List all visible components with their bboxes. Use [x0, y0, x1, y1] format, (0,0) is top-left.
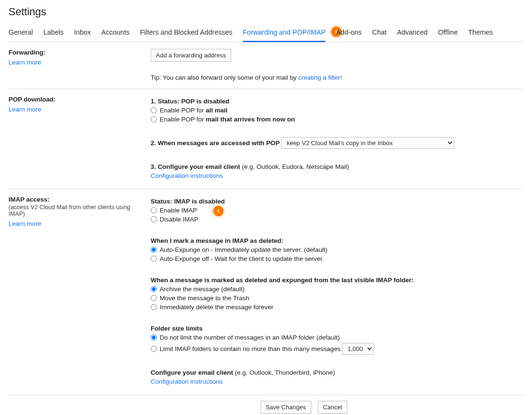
imap-subtext: (access V2 Cloud Mail from other clients… — [9, 204, 146, 217]
imap-disable-radio[interactable] — [151, 216, 157, 222]
tab-general[interactable]: General — [9, 23, 33, 42]
forwarding-header: Forwarding: — [9, 49, 146, 56]
imap-learn-more-link[interactable]: Learn more — [9, 220, 41, 227]
imap-folder-header: Folder size limits — [151, 325, 203, 332]
pop-configuration-instructions-link[interactable]: Configuration instructions — [151, 172, 223, 179]
imap-expunge-on-radio[interactable] — [151, 247, 157, 253]
pop-enable-nowon-label: Enable POP for mail that arrives from no… — [160, 116, 295, 123]
tab-offline[interactable]: Offline — [438, 23, 458, 42]
tab-advanced[interactable]: Advanced — [397, 23, 428, 42]
imap-expunged-trash-radio[interactable] — [151, 295, 157, 301]
imap-folder-nolimit-radio[interactable] — [151, 334, 157, 341]
imap-expunged-archive-radio[interactable] — [151, 286, 157, 292]
imap-deleted-header: When I mark a message in IMAP as deleted… — [151, 237, 283, 244]
cancel-button[interactable]: Cancel — [318, 401, 347, 414]
forwarding-tip: Tip: You can also forward only some of y… — [151, 74, 523, 81]
pop-status-prefix: 1. Status: — [151, 98, 181, 105]
imap-expunged-archive-label: Archive the message (default) — [160, 286, 244, 293]
annotation-arrow-icon — [213, 206, 224, 216]
pop-step2-label: 2. When messages are accessed with POP — [151, 139, 280, 147]
creating-a-filter-link[interactable]: creating a filter! — [298, 74, 342, 81]
tab-forwarding-and-pop-imap[interactable]: Forwarding and POP/IMAP — [243, 23, 326, 42]
imap-configuration-instructions-link[interactable]: Configuration instructions — [151, 378, 223, 385]
section-pop: POP download: Learn more 1. Status: POP … — [9, 89, 523, 189]
section-imap: IMAP access: (access V2 Cloud Mail from … — [9, 189, 523, 395]
settings-tabbar: GeneralLabelsInboxAccountsFilters and Bl… — [9, 23, 523, 42]
pop-status-value: POP is disabled — [181, 98, 230, 105]
tab-chat[interactable]: Chat — [372, 23, 387, 42]
tab-filters-and-blocked-addresses[interactable]: Filters and Blocked Addresses — [140, 23, 232, 42]
imap-configure-label: Configure your email client (e.g. Outloo… — [151, 369, 335, 376]
pop-access-action-select[interactable]: keep V2 Cloud Mail's copy in the Inbox — [281, 137, 454, 149]
pop-enable-nowon-radio[interactable] — [151, 116, 157, 122]
pop-header: POP download: — [9, 96, 146, 103]
forwarding-tip-text: Tip: You can also forward only some of y… — [151, 74, 298, 81]
tab-accounts[interactable]: Accounts — [101, 23, 130, 42]
save-changes-button[interactable]: Save Changes — [261, 401, 311, 414]
tab-labels[interactable]: Labels — [44, 23, 64, 42]
section-forwarding: Forwarding: Learn more Add a forwarding … — [9, 42, 523, 89]
imap-status-prefix: Status: — [151, 198, 174, 205]
imap-folder-limit-select[interactable]: 1,000 — [342, 343, 374, 355]
pop-learn-more-link[interactable]: Learn more — [9, 106, 41, 113]
pop-step3-label: 3. Configure your email client (e.g. Out… — [151, 163, 349, 170]
tab-inbox[interactable]: Inbox — [74, 23, 90, 42]
page-title: Settings — [9, 6, 523, 18]
forwarding-learn-more-link[interactable]: Learn more — [9, 59, 41, 66]
imap-expunge-off-radio[interactable] — [151, 256, 157, 262]
imap-enable-label: Enable IMAP — [160, 207, 197, 214]
imap-expunged-trash-label: Move the message to the Trash — [160, 295, 249, 302]
imap-enable-radio[interactable] — [151, 207, 157, 213]
tab-themes[interactable]: Themes — [468, 23, 493, 42]
pop-enable-allmail-label: Enable POP for all mail — [160, 107, 227, 114]
pop-enable-allmail-radio[interactable] — [151, 107, 157, 113]
imap-folder-nolimit-label: Do not limit the number of messages in a… — [160, 334, 340, 341]
button-row: Save Changes Cancel — [46, 395, 532, 415]
imap-disable-label: Disable IMAP — [160, 216, 198, 223]
imap-expunged-header: When a message is marked as deleted and … — [151, 277, 414, 284]
imap-status-value: IMAP is disabled — [174, 198, 225, 205]
imap-expunge-on-label: Auto-Expunge on - Immediately update the… — [160, 246, 327, 253]
imap-expunged-delete-label: Immediately delete the message forever — [160, 304, 273, 311]
imap-expunge-off-label: Auto-Expunge off - Wait for the client t… — [160, 255, 324, 262]
imap-expunged-delete-radio[interactable] — [151, 304, 157, 310]
imap-folder-limit-radio[interactable] — [151, 346, 157, 352]
imap-header: IMAP access: — [9, 196, 146, 203]
imap-folder-limit-label: Limit IMAP folders to contain no more th… — [160, 345, 341, 352]
add-forwarding-address-button[interactable]: Add a forwarding address — [151, 49, 231, 62]
tab-add-ons[interactable]: Add-ons — [336, 23, 361, 42]
